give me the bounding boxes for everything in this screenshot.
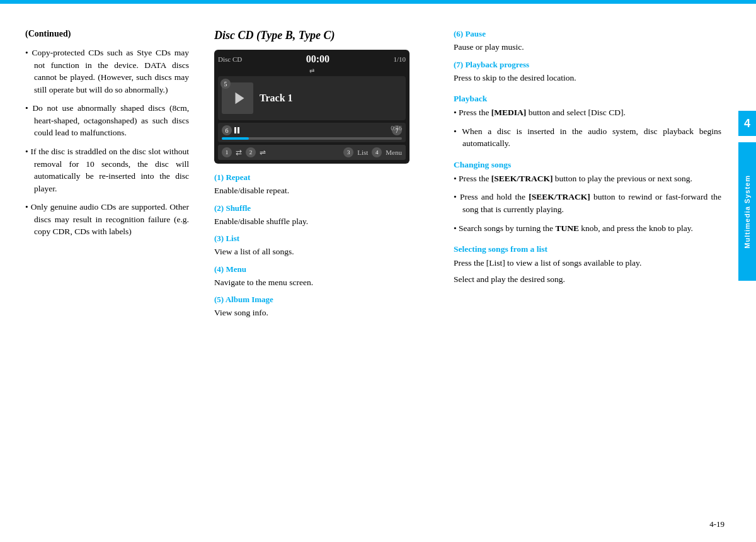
body-selecting-songs-outro: Select and play the desired song. xyxy=(454,273,721,286)
cd-main-area: 5 Track 1 xyxy=(218,76,406,120)
right-col-inner: (6) Pause Pause or play music. (7) Playb… xyxy=(454,29,743,285)
body-album: View song info. xyxy=(214,307,428,319)
section-album: (5) Album Image View song info. xyxy=(214,295,428,319)
progress-time: 0:16 xyxy=(391,125,402,132)
progress-bar xyxy=(222,137,402,140)
list-item: Press and hold the [SEEK/TRACK] button t… xyxy=(454,191,721,215)
section-repeat: (1) Repeat Enable/disable repeat. xyxy=(214,172,428,197)
changing-songs-bullets: Press the [SEEK/TRACK] button to play th… xyxy=(454,172,721,234)
ctrl-menu: Menu xyxy=(386,149,402,156)
label-album: (5) Album Image xyxy=(214,295,428,305)
disc-cd-title: Disc CD (Type B, Type C) xyxy=(214,29,428,42)
section-menu: (4) Menu Navigate to the menu screen. xyxy=(214,264,428,289)
side-tab: Multimedia System xyxy=(738,142,756,281)
left-column: (Continued) Copy-protected CDs such as S… xyxy=(0,4,202,542)
section-list: (3) List View a list of all songs. xyxy=(214,234,428,258)
cd-label: Disc CD xyxy=(218,55,242,63)
section-shuffle: (2) Shuffle Enable/disable shuffle play. xyxy=(214,203,428,228)
circle-6: 6 xyxy=(222,125,232,135)
list-item: Search songs by turning the TUNE knob, a… xyxy=(454,222,721,235)
cd-player-mockup: Disc CD 00:00 1/10 ⇄ 5 Track 1 xyxy=(214,50,410,164)
list-item: Press the [SEEK/TRACK] button to play th… xyxy=(454,172,721,185)
ctrl-num-1: 1 xyxy=(222,147,232,157)
list-item: Copy-protected CDs such as Stye CDs may … xyxy=(25,47,189,96)
body-menu: Navigate to the menu screen. xyxy=(214,276,428,289)
track-name: Track 1 xyxy=(260,93,293,104)
ctrl-repeat: ⇄ xyxy=(236,148,242,157)
body-selecting-songs-intro: Press the [List] to view a list of songs… xyxy=(454,257,721,269)
continued-heading: (Continued) xyxy=(25,29,189,39)
heading-playback: Playback xyxy=(454,94,721,104)
list-item: When a disc is inserted in the audio sys… xyxy=(454,125,721,150)
section-number: 4 xyxy=(744,117,750,130)
progress-fill xyxy=(222,137,249,140)
circle-5: 5 xyxy=(220,79,231,89)
right-column: (6) Pause Pause or play music. (7) Playb… xyxy=(441,4,756,542)
list-item: Only genuine audio CDs are supported. Ot… xyxy=(25,201,189,238)
section-playback-progress: (7) Playback progress Press to skip to t… xyxy=(454,60,721,84)
body-shuffle: Enable/disable shuffle play. xyxy=(214,215,428,228)
ctrl-list: List xyxy=(357,149,368,156)
section-number-box: 4 xyxy=(738,111,756,136)
section-changing-songs: Changing songs Press the [SEEK/TRACK] bu… xyxy=(454,160,721,234)
body-repeat: Enable/disable repeat. xyxy=(214,184,428,197)
heading-selecting-songs: Selecting songs from a list xyxy=(454,244,721,254)
heading-changing-songs: Changing songs xyxy=(454,160,721,170)
body-list: View a list of all songs. xyxy=(214,246,428,258)
ctrl-num-4: 4 xyxy=(372,147,382,157)
label-shuffle: (2) Shuffle xyxy=(214,203,428,213)
list-item: If the disc is straddled on the disc slo… xyxy=(25,145,189,195)
cd-track-num: 1/10 xyxy=(393,55,406,63)
left-bullet-list: Copy-protected CDs such as Stye CDs may … xyxy=(25,47,189,238)
playback-bullets: Press the [MEDIA] button and select [Dis… xyxy=(454,106,721,150)
label-pause: (6) Pause xyxy=(454,29,721,39)
label-repeat: (1) Repeat xyxy=(214,172,428,183)
label-list: (3) List xyxy=(214,234,428,244)
label-menu: (4) Menu xyxy=(214,264,428,274)
progress-bar-area: 6 7 0:16 xyxy=(218,123,406,142)
label-playback-progress: (7) Playback progress xyxy=(454,60,721,70)
list-item: Do not use abnormally shaped discs (8cm,… xyxy=(25,102,189,139)
section-pause: (6) Pause Pause or play music. xyxy=(454,29,721,54)
side-tab-label: Multimedia System xyxy=(743,175,751,249)
body-playback-progress: Press to skip to the desired location. xyxy=(454,72,721,84)
ctrl-num-2: 2 xyxy=(246,147,256,157)
middle-column: Disc CD (Type B, Type C) Disc CD 00:00 1… xyxy=(202,4,441,542)
body-pause: Pause or play music. xyxy=(454,41,721,54)
ctrl-shuffle: ⇌ xyxy=(260,148,266,157)
cd-time: 00:00 xyxy=(306,54,329,65)
ctrl-num-3: 3 xyxy=(343,147,353,157)
cd-controls: 1 ⇄ 2 ⇌ 3 List 4 Menu xyxy=(218,145,406,160)
list-item: Press the [MEDIA] button and select [Dis… xyxy=(454,106,721,119)
section-playback: Playback Press the [MEDIA] button and se… xyxy=(454,94,721,150)
repeat-icon: ⇄ xyxy=(309,67,314,74)
section-selecting-songs: Selecting songs from a list Press the [L… xyxy=(454,244,721,285)
page-number: 4-19 xyxy=(709,519,724,529)
pause-icon xyxy=(234,127,239,133)
